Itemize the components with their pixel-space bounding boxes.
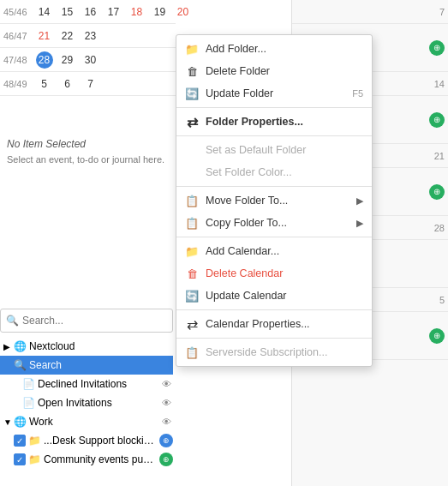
cal-day: 19 bbox=[148, 6, 171, 18]
search-icon: 🔍 bbox=[14, 359, 27, 371]
document-icon: 📄 bbox=[22, 397, 36, 409]
menu-item-set-default-folder: Set as Default Folder bbox=[176, 139, 372, 161]
sidebar-item-desk-support[interactable]: ✓ 📁 ...Desk Support blocking (Björn Schr… bbox=[0, 431, 173, 450]
sidebar-item-label: ...Desk Support blocking (Björn Schr… bbox=[44, 435, 158, 447]
week-number: 47/48 bbox=[0, 55, 33, 65]
globe-badge: ⊕ bbox=[429, 112, 445, 128]
menu-item-label: Move Folder To... bbox=[206, 195, 288, 207]
menu-item-set-folder-color: Set Folder Color... bbox=[176, 161, 372, 183]
sidebar-item-label: Search bbox=[29, 359, 173, 371]
week-number: 45/46 bbox=[0, 7, 33, 17]
menu-item-label: Update Calendar bbox=[206, 290, 287, 302]
checkbox-community[interactable]: ✓ bbox=[14, 453, 26, 465]
cal-day: 16 bbox=[79, 6, 102, 18]
cal-day: 22 bbox=[56, 30, 79, 42]
menu-item-label: Copy Folder To... bbox=[206, 217, 287, 229]
submenu-arrow-icon: ▶ bbox=[356, 218, 363, 229]
folder-icon: 📁 bbox=[28, 435, 42, 447]
sidebar-item-label: Open Invitations bbox=[38, 397, 162, 409]
cal-day: 30 bbox=[79, 54, 102, 66]
document-icon: 📄 bbox=[22, 378, 36, 390]
copy-icon: 📋 bbox=[185, 346, 199, 359]
delete-calendar-icon: 🗑 bbox=[185, 267, 199, 280]
eye-icon: 👁 bbox=[162, 417, 171, 427]
menu-separator bbox=[176, 309, 372, 310]
checkbox-desk[interactable]: ✓ bbox=[14, 435, 26, 447]
menu-item-label: Serverside Subscription... bbox=[206, 346, 327, 358]
eye-icon: 👁 bbox=[162, 379, 171, 389]
menu-item-add-folder[interactable]: 📁 Add Folder... bbox=[176, 38, 372, 60]
cal-day: 21 bbox=[33, 30, 56, 42]
menu-item-folder-properties[interactable]: ⇄ Folder Properties... bbox=[176, 111, 372, 133]
eye-icon: 👁 bbox=[162, 398, 171, 408]
menu-item-update-folder[interactable]: 🔄 Update Folder F5 bbox=[176, 82, 372, 105]
cal-row-4546: 45/46 14 15 16 17 18 19 20 bbox=[0, 0, 176, 24]
right-cal-number: 7 bbox=[439, 7, 445, 17]
menu-item-label: Add Folder... bbox=[206, 43, 266, 55]
properties-icon: ⇄ bbox=[185, 114, 199, 130]
globe-icon: 🌐 bbox=[14, 340, 27, 352]
menu-item-calendar-properties[interactable]: ⇄ Calendar Properties... bbox=[176, 313, 372, 335]
cal-day: 18 bbox=[125, 6, 148, 18]
menu-item-update-calendar[interactable]: 🔄 Update Calendar bbox=[176, 285, 372, 307]
menu-item-delete-calendar[interactable]: 🗑 Delete Calendar bbox=[176, 262, 372, 285]
cal-day: 7 bbox=[79, 78, 102, 90]
delete-icon: 🗑 bbox=[185, 65, 199, 78]
right-cal-number: 14 bbox=[434, 79, 445, 89]
sidebar-item-search[interactable]: 🔍 Search bbox=[0, 356, 173, 375]
submenu-arrow-icon: ▶ bbox=[356, 195, 363, 207]
sidebar-item-community-events[interactable]: ✓ 📁 Community events public (Jos Poor… ⊕ bbox=[0, 450, 173, 469]
menu-item-copy-folder[interactable]: 📋 Copy Folder To... ▶ bbox=[176, 212, 372, 234]
menu-item-label: Add Calendar... bbox=[206, 245, 279, 257]
menu-item-add-calendar[interactable]: 📁 Add Calendar... bbox=[176, 240, 372, 262]
menu-item-label: Calendar Properties... bbox=[206, 318, 310, 330]
calendar-badge: ⊕ bbox=[159, 453, 173, 466]
menu-separator bbox=[176, 135, 372, 136]
sidebar-item-open-invitations[interactable]: 📄 Open Invitations 👁 bbox=[0, 393, 173, 412]
folder-icon: 📁 bbox=[185, 43, 199, 56]
refresh-icon: 🔄 bbox=[185, 290, 199, 303]
sidebar-item-label: Community events public (Jos Poor… bbox=[44, 453, 158, 465]
sidebar-item-declined-invitations[interactable]: 📄 Declined Invitations 👁 bbox=[0, 375, 173, 393]
no-item-desc: Select an event, to-do or journal here. bbox=[7, 153, 166, 166]
refresh-icon: 🔄 bbox=[185, 87, 199, 100]
menu-item-serverside-subscription: 📋 Serverside Subscription... bbox=[176, 341, 372, 363]
globe-badge: ⊕ bbox=[429, 184, 445, 200]
globe-icon: 🌐 bbox=[14, 416, 27, 428]
menu-separator bbox=[176, 338, 372, 339]
menu-item-label: Set as Default Folder bbox=[206, 144, 306, 156]
menu-item-label: Delete Folder bbox=[206, 65, 270, 77]
copy-icon: 📋 bbox=[185, 195, 199, 207]
folder-icon: 📁 bbox=[28, 453, 42, 465]
calendar-badge: ⊕ bbox=[159, 434, 173, 447]
copy-icon: 📋 bbox=[185, 217, 199, 230]
cal-day: 15 bbox=[56, 6, 79, 18]
globe-badge: ⊕ bbox=[429, 328, 445, 344]
right-cal-number: 28 bbox=[434, 223, 445, 233]
sidebar-item-label: Work bbox=[29, 416, 162, 428]
search-input[interactable] bbox=[22, 315, 167, 327]
search-bar[interactable]: 🔍 bbox=[0, 309, 173, 333]
no-item-title: No Item Selected bbox=[7, 138, 166, 150]
cal-row-4849: 48/49 5 6 7 bbox=[0, 72, 176, 96]
menu-separator bbox=[176, 237, 372, 237]
cal-day: 17 bbox=[102, 6, 125, 18]
cal-day: 20 bbox=[171, 6, 194, 18]
menu-item-delete-folder[interactable]: 🗑 Delete Folder bbox=[176, 60, 372, 82]
folder-tree: ▶ 🌐 Nextcloud 🔍 Search 📄 Declined Invita… bbox=[0, 337, 173, 469]
sidebar-item-nextcloud[interactable]: ▶ 🌐 Nextcloud bbox=[0, 337, 173, 356]
keyboard-shortcut: F5 bbox=[352, 88, 363, 99]
menu-item-label: Folder Properties... bbox=[206, 116, 303, 128]
cal-day: 29 bbox=[56, 54, 79, 66]
chevron-right-icon: ▶ bbox=[3, 342, 14, 351]
cal-row-4748: 47/48 28 29 30 bbox=[0, 48, 176, 72]
right-cal-cell: 7 bbox=[292, 0, 448, 24]
menu-item-label: Delete Calendar bbox=[206, 267, 283, 279]
sidebar-item-work[interactable]: ▼ 🌐 Work 👁 bbox=[0, 412, 173, 431]
mini-calendar: 45/46 14 15 16 17 18 19 20 46/47 21 22 2… bbox=[0, 0, 176, 137]
right-cal-number: 5 bbox=[439, 295, 445, 305]
menu-item-label: Update Folder bbox=[206, 87, 273, 99]
cal-day: 23 bbox=[79, 30, 102, 42]
menu-item-move-folder[interactable]: 📋 Move Folder To... ▶ bbox=[176, 189, 372, 212]
week-number: 48/49 bbox=[0, 79, 33, 89]
